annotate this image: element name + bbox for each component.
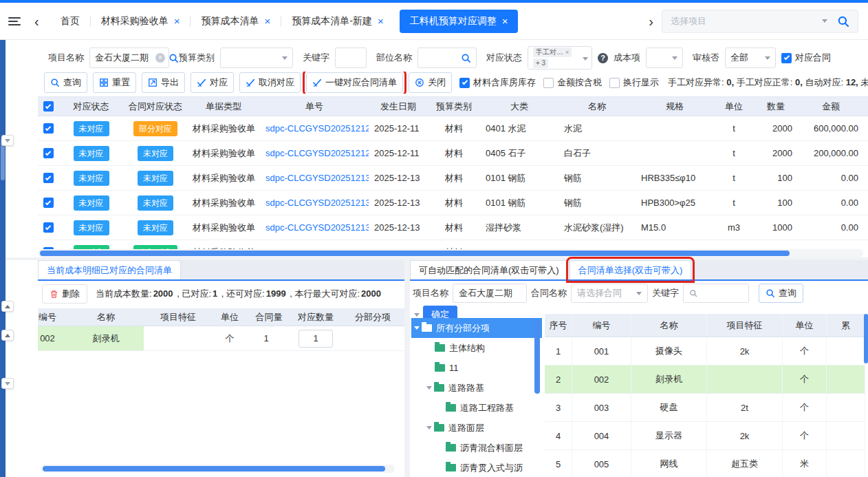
column-header[interactable]: 发生日期 [369,97,428,116]
search-icon[interactable] [461,53,471,63]
contract-select[interactable]: 请选择合同 [571,284,648,303]
splitter-collapse-handle[interactable] [1,378,14,389]
status-chip[interactable]: 手工对…× [533,47,572,57]
row-checkbox[interactable] [43,123,54,134]
vertical-scrollbar-thumb[interactable] [864,314,868,363]
hamburger-menu-icon[interactable] [8,17,21,25]
horizontal-scrollbar[interactable] [41,465,395,473]
export-button[interactable]: 导出 [142,72,185,93]
help-icon[interactable]: ? [598,53,608,63]
doc-no-link[interactable]: sdpc-CLCGYSD202512130 [265,222,369,233]
tree-item[interactable]: 道路面层 [411,418,542,438]
checkbox[interactable] [609,78,620,88]
match-status-multiselect[interactable]: 手工对…× + 3 [528,46,592,70]
panel-splitter-vertical[interactable] [404,260,410,477]
search-icon[interactable] [837,15,849,28]
query-button[interactable]: 查询 [44,72,87,93]
caret-down-icon[interactable] [426,386,432,390]
chip-close-icon[interactable]: × [565,49,569,56]
tree-item[interactable]: 主体结构 [411,338,542,358]
table-row[interactable]: 未对应 未对应 材料采购验收单 sdpc-CLCGYSD202512120 20… [38,141,868,166]
vertical-scrollbar-thumb[interactable] [534,319,540,394]
column-header[interactable]: 编号 [572,314,631,337]
query-button[interactable]: 查询 [759,284,803,303]
tree-item[interactable]: 11 [411,358,542,378]
keyword-search-input[interactable] [683,284,749,303]
reset-button[interactable]: 重置 [93,72,136,93]
matched-qty-input[interactable]: 1 [299,330,333,348]
column-header[interactable]: 单位 [783,314,827,337]
close-icon[interactable]: × [174,16,180,26]
table-row[interactable]: 002 刻录机 个 1 1 [38,326,404,351]
table-row[interactable]: 已对应 全部对应 材料采购验收单 sdpc-CLCGYSD202512130 2… [38,240,868,249]
table-row[interactable]: 4 004 显示器 2k 个 [545,422,865,450]
column-header[interactable]: 单位 [213,308,247,326]
tree-item[interactable]: 道路工程路基 [411,398,542,418]
tab-auto-match-list[interactable]: 可自动匹配的合同清单(双击可带入) [410,260,568,279]
one-key-match-contract-button[interactable]: 一键对应合同清单 [306,72,403,93]
status-more-chip[interactable]: + 3 [533,59,548,68]
tree-item[interactable]: 沥青贯入式与沥 [411,458,542,477]
select-all-checkbox[interactable] [43,101,54,112]
tree-item[interactable]: 沥青混合料面层 [411,438,542,458]
column-header[interactable]: 项目特征 [144,308,213,326]
column-header[interactable]: 金额 [798,97,864,116]
table-row[interactable]: 未对应 未对应 材料采购验收单 sdpc-CLCGYSD202512130 20… [38,191,868,215]
project-select[interactable]: 选择项目 [662,10,858,33]
checkbox[interactable] [459,78,470,88]
tree-item-all-sections[interactable]: 所有分部分项 [411,318,542,338]
tab-contract-list-select[interactable]: 合同清单选择(双击可带入) [569,260,692,279]
tab-matched-contract-list[interactable]: 当前成本明细已对应的合同清单 [38,260,181,279]
doc-no-link[interactable]: sdpc-CLCGYSD202512120 [265,148,369,158]
checkbox[interactable] [543,78,554,88]
column-header[interactable]: 名称 [631,314,707,337]
project-name-input[interactable]: 金石大厦二期 × [89,47,169,68]
tab-budget-match-adjust[interactable]: 工料机预算对应调整× [400,10,519,33]
caret-down-icon[interactable] [426,426,432,430]
tree-item[interactable]: 道路路基 [411,378,542,398]
unmatch-button[interactable]: 取消对应 [239,72,301,93]
splitter-collapse-handle[interactable] [1,301,14,312]
scrollbar-thumb[interactable] [40,251,790,256]
table-row[interactable]: 3 003 硬盘 2t 个 [545,394,865,422]
doc-no-link[interactable]: sdpc-CLCGYSD202512130 [265,173,369,183]
horizontal-scrollbar[interactable] [38,249,863,257]
doc-no-link[interactable]: sdpc-CLCGYSD202512120 [265,123,369,134]
contract-match-checkbox[interactable]: 对应合同 [781,52,831,64]
project-name-input[interactable]: 金石大厦二期 [453,284,527,303]
table-row[interactable]: 未对应 未对应 材料采购验收单 sdpc-CLCGYSD202512130 20… [38,166,868,191]
tab-material-receipt[interactable]: 材料采购验收单× [91,3,191,39]
tabs-scroll-left-icon[interactable]: ‹ [34,14,39,28]
audit-select[interactable]: 全部 [725,47,776,68]
column-header[interactable]: 单据类型 [187,97,260,116]
column-header[interactable]: 序号 [545,314,572,337]
delete-button[interactable]: 删除 [42,284,87,304]
splitter-collapse-handle[interactable] [1,330,14,341]
close-icon[interactable]: × [264,16,270,26]
row-checkbox[interactable] [43,148,54,158]
tab-budget-cost-list-new[interactable]: 预算成本清单-新建× [281,3,393,39]
column-header[interactable]: 大类 [480,97,558,116]
close-icon[interactable]: × [378,16,384,26]
tab-budget-cost-list[interactable]: 预算成本清单× [191,3,281,39]
caret-down-icon[interactable] [414,326,420,330]
table-row-selected[interactable]: 2 002 刻录机 个 [545,365,865,394]
row-checkbox[interactable] [43,222,54,233]
column-header[interactable]: 数量 [754,97,798,116]
table-row[interactable]: 1 001 摄像头 2k 个 [545,337,865,365]
material-stock-checkbox[interactable]: 材料含库房库存 [459,76,536,89]
column-header[interactable]: 合同对应状态 [124,97,187,116]
match-button[interactable]: 对应 [191,72,234,93]
column-header[interactable]: 规格 [636,97,714,116]
column-header[interactable]: 单号 [260,97,369,116]
table-row[interactable]: 未对应 部分对应 材料采购验收单 sdpc-CLCGYSD202512120 2… [38,116,868,141]
splitter-collapse-handle[interactable] [1,135,14,146]
column-header[interactable]: 项目特征 [707,314,783,337]
column-header[interactable]: 名称 [68,308,144,326]
left-collapsed-sidebar[interactable] [0,40,6,477]
column-header[interactable]: 单位 [714,97,754,116]
column-header[interactable]: 对应数量 [291,308,340,326]
row-checkbox[interactable] [43,198,54,208]
column-header[interactable]: 编号 [38,308,68,326]
checkbox[interactable] [781,53,792,63]
